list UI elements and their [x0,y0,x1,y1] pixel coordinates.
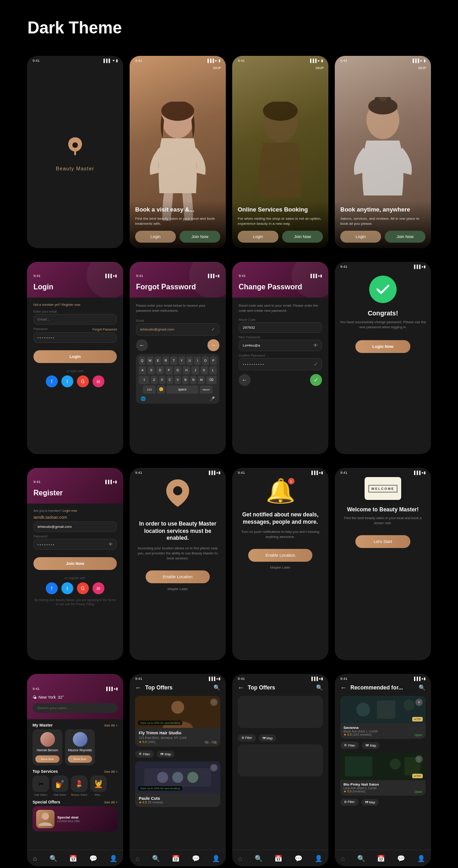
key-m[interactable]: M [198,376,204,384]
enable-notif-btn[interactable]: Enable Location [248,549,312,562]
reg-fb-btn[interactable]: f [46,582,58,594]
back-btn-offers[interactable]: ← [135,684,142,691]
key-g[interactable]: G [174,366,181,374]
key-space[interactable]: space [166,385,198,394]
reg-tw-btn[interactable]: t [61,582,73,594]
login-now-btn[interactable]: Login Now [355,340,410,353]
search-icon-offers[interactable]: 🔍 [213,684,220,691]
home-nav-icon[interactable]: ⌂ [33,855,37,862]
ob2-skip[interactable]: SKIP [316,66,324,70]
back-btn-cp[interactable]: ← [239,374,251,386]
email-input[interactable] [38,317,113,321]
ob2-join-btn[interactable]: Join Now [282,231,323,243]
profile-nav-offers[interactable]: 👤 [212,855,220,862]
login-btn[interactable]: Login [33,350,117,363]
home-search[interactable]: Search your salon... [33,703,118,713]
key-shift[interactable]: ⇧ [139,376,149,384]
ob3-skip[interactable]: SKIP [418,66,426,70]
forgot-email-input[interactable] [140,327,211,331]
key-w[interactable]: W [147,357,153,365]
next-btn-cp[interactable]: ✓ [310,374,322,386]
key-return[interactable]: return [200,385,213,394]
key-b[interactable]: B [182,376,189,384]
home-nav-offers-2[interactable]: ⌂ [238,855,242,862]
key-o[interactable]: O [202,357,208,365]
key-z[interactable]: Z [151,376,157,384]
key-e[interactable]: E [155,357,161,365]
key-c[interactable]: C [167,376,173,384]
see-all-services[interactable]: See All > [104,770,118,774]
key-q[interactable]: Q [139,357,145,365]
key-p[interactable]: P [210,357,217,365]
map-btn-1[interactable]: 🗺 Map [157,751,175,758]
calendar-nav-icon[interactable]: 📅 [69,855,77,862]
key-u[interactable]: U [186,357,193,365]
reg-pw-field[interactable]: •••••••• 👁 [33,539,117,550]
profile-nav-icon[interactable]: 👤 [109,855,117,862]
key-n[interactable]: N [190,376,196,384]
key-j[interactable]: J [191,366,199,374]
chat-nav-rec[interactable]: 💬 [397,855,405,862]
back-btn-forgot[interactable]: ← [136,339,148,351]
key-l[interactable]: L [209,366,217,374]
heart-icon-rec-1[interactable]: ♥ [415,699,423,706]
key-k[interactable]: K [201,366,208,374]
ob1-skip[interactable]: SKIP [213,66,221,70]
forgot-link[interactable]: Forgot Password [93,328,117,331]
search-nav-rec[interactable]: 🔍 [357,855,365,862]
key-i[interactable]: I [194,357,201,365]
reg-in-btn[interactable]: in [93,582,104,594]
key-f[interactable]: F [165,366,173,374]
see-all-offers[interactable]: See All > [104,800,118,804]
key-r[interactable]: R [163,357,169,365]
key-123[interactable]: 123 [143,385,156,394]
chat-nav-offers[interactable]: 💬 [192,855,200,862]
heart-icon-2[interactable]: ♡ [210,764,218,771]
back-btn-offers-2[interactable]: ← [238,684,244,691]
key-s[interactable]: S [147,366,155,374]
search-nav-icon[interactable]: 🔍 [49,855,57,862]
heart-icon-rec-2[interactable]: ♡ [415,755,423,763]
chat-nav-icon[interactable]: 💬 [89,855,97,862]
key-del[interactable]: ⌫ [206,376,217,384]
next-btn-forgot[interactable]: → [207,339,219,351]
key-d[interactable]: D [156,366,164,374]
enable-location-btn[interactable]: Enable Location [146,570,210,583]
ob2-login-btn[interactable]: Login [238,231,278,243]
key-x[interactable]: X [159,376,165,384]
instagram-btn[interactable]: in [93,375,104,387]
home-nav-offers[interactable]: ⌂ [136,855,139,862]
heart-icon-1[interactable]: ♡ [210,699,218,706]
search-icon-offers-2[interactable]: 🔍 [316,684,323,691]
login-link[interactable]: Login now [62,509,77,512]
reg-google-btn[interactable]: G [77,582,89,594]
key-emoji[interactable]: 😊 [157,385,165,394]
eye-icon[interactable]: 👁 [313,343,318,348]
filter-btn-rec-2[interactable]: ⚙ Filter [340,798,359,806]
fb-btn[interactable]: f [46,375,58,387]
email-field[interactable] [33,314,117,325]
reset-code-input[interactable] [243,326,318,330]
google-btn[interactable]: G [77,375,89,387]
filter-btn-2[interactable]: ⚙ Filter [238,734,256,742]
search-icon-rec[interactable]: 🔍 [419,684,425,691]
tw-btn[interactable]: t [61,375,73,387]
filter-btn-rec[interactable]: ⚙ Filter [340,742,359,749]
password-field[interactable]: •••••••• [33,332,117,343]
book-master-2[interactable]: Book Now [68,755,92,763]
profile-nav-rec[interactable]: 👤 [417,855,425,862]
key-a[interactable]: A [139,366,146,374]
search-nav-offers[interactable]: 🔍 [152,855,160,862]
search-nav-offers-2[interactable]: 🔍 [255,855,262,862]
ob1-login-btn[interactable]: Login [135,231,176,243]
calendar-nav-offers[interactable]: 📅 [172,855,180,862]
back-btn-rec[interactable]: ← [340,684,347,691]
home-nav-rec[interactable]: ⌂ [341,855,344,862]
calendar-nav-offers-2[interactable]: 📅 [274,855,282,862]
maybe-later-notif[interactable]: Maybe Later [270,565,290,570]
maybe-later-loc[interactable]: Maybe Later [168,587,188,591]
join-now-btn[interactable]: Join Now [33,557,117,570]
book-master-1[interactable]: Book Now [35,755,60,763]
map-btn-rec[interactable]: 🗺 Map [362,742,380,749]
map-btn-2[interactable]: 🗺 Map [259,734,277,742]
